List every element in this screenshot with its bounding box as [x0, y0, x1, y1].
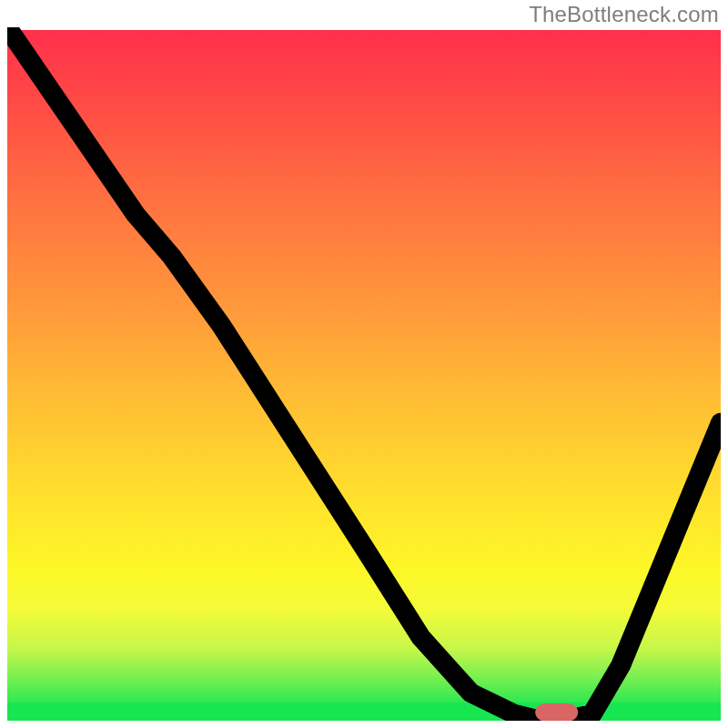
bottleneck-curve	[7, 27, 721, 721]
bottleneck-chart	[7, 27, 721, 721]
watermark-label: TheBottleneck.com	[529, 2, 719, 27]
optimal-marker	[539, 707, 574, 718]
curve-layer	[7, 27, 721, 721]
